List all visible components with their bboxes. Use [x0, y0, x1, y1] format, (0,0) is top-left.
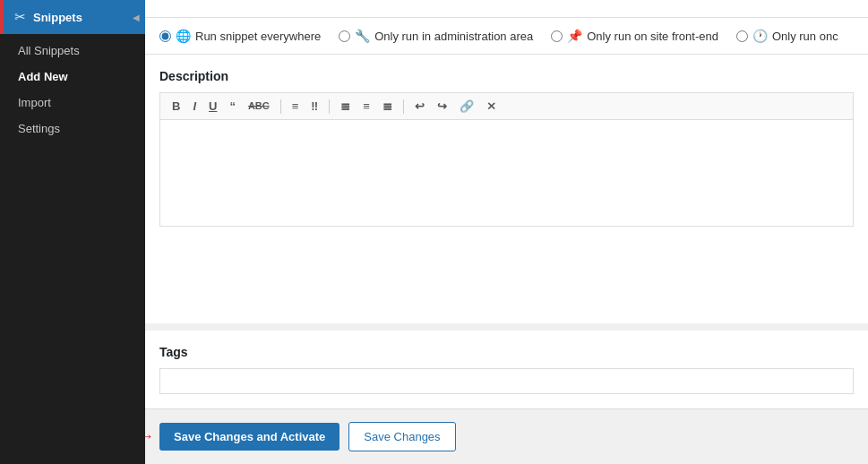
- tags-label: Tags: [159, 345, 854, 359]
- align-center-button[interactable]: ≡: [358, 98, 374, 115]
- run-options-section: 🌐 Run snippet everywhere 🔧 Only run in a…: [145, 18, 868, 55]
- sidebar-submenu: All Snippets Add New Import Settings: [0, 34, 145, 145]
- scissors-icon: ✂: [14, 9, 26, 25]
- radio-once-input[interactable]: [736, 30, 748, 42]
- fullscreen-button[interactable]: ⨯: [482, 98, 501, 115]
- link-button[interactable]: 🔗: [455, 98, 478, 115]
- pin-icon: 📌: [567, 29, 582, 43]
- wrench-icon: 🔧: [355, 29, 370, 43]
- save-button[interactable]: Save Changes: [348, 422, 455, 451]
- footer-bar: → Save Changes and Activate Save Changes: [145, 408, 868, 464]
- sidebar-item-add-new[interactable]: Add New: [0, 64, 145, 90]
- radio-admin-label: Only run in administration area: [374, 30, 533, 43]
- radio-once[interactable]: 🕐 Only run onc: [736, 29, 838, 43]
- italic-button[interactable]: I: [188, 98, 201, 115]
- radio-frontend-input[interactable]: [551, 30, 563, 42]
- toolbar-divider-3: [403, 99, 404, 114]
- description-editor[interactable]: [159, 119, 854, 227]
- save-activate-button[interactable]: Save Changes and Activate: [159, 423, 339, 451]
- sidebar-item-import[interactable]: Import: [0, 90, 145, 116]
- radio-admin-input[interactable]: [339, 30, 350, 42]
- radio-admin[interactable]: 🔧 Only run in administration area: [339, 29, 533, 43]
- globe-icon: 🌐: [176, 29, 191, 43]
- underline-button[interactable]: U: [204, 98, 221, 115]
- arrow-indicator: →: [145, 427, 154, 446]
- toolbar-divider-1: [280, 99, 281, 114]
- radio-everywhere[interactable]: 🌐 Run snippet everywhere: [159, 29, 321, 43]
- chevron-left-icon: ◀: [133, 13, 140, 22]
- radio-once-label: Only run onc: [772, 30, 838, 43]
- radio-everywhere-label: Run snippet everywhere: [195, 30, 321, 43]
- unordered-list-button[interactable]: ≡: [288, 98, 304, 115]
- sidebar-item-all-snippets[interactable]: All Snippets: [0, 38, 145, 64]
- tags-input[interactable]: [159, 368, 854, 394]
- ordered-list-button[interactable]: ‼: [306, 98, 322, 115]
- align-right-button[interactable]: ≣: [378, 98, 397, 115]
- sidebar-snippets-header[interactable]: ✂ Snippets ◀: [0, 0, 145, 34]
- strikethrough-button[interactable]: ABC: [244, 99, 274, 114]
- sidebar-item-settings[interactable]: Settings: [0, 116, 145, 142]
- editor-toolbar: B I U “ ABC ≡ ‼ ≣ ≡ ≣ ↩ ↪ 🔗 ⨯: [159, 92, 854, 119]
- sidebar-snippets-label: Snippets: [33, 11, 82, 24]
- bold-button[interactable]: B: [168, 98, 185, 115]
- undo-button[interactable]: ↩: [410, 98, 429, 115]
- radio-frontend-label: Only run on site front-end: [587, 30, 718, 43]
- radio-everywhere-input[interactable]: [159, 30, 171, 42]
- quote-button[interactable]: “: [225, 98, 240, 115]
- description-section: Description B I U “ ABC ≡ ‼ ≣ ≡ ≣ ↩ ↪ 🔗 …: [145, 55, 868, 323]
- code-editor-area: [145, 0, 868, 18]
- radio-frontend[interactable]: 📌 Only run on site front-end: [551, 29, 718, 43]
- main-content: 🌐 Run snippet everywhere 🔧 Only run in a…: [145, 0, 868, 464]
- content-area: 🌐 Run snippet everywhere 🔧 Only run in a…: [145, 0, 868, 408]
- toolbar-divider-2: [329, 99, 330, 114]
- sidebar: ✂ Snippets ◀ All Snippets Add New Import…: [0, 0, 145, 464]
- clock-icon: 🕐: [752, 29, 768, 43]
- align-left-button[interactable]: ≣: [336, 98, 355, 115]
- redo-button[interactable]: ↪: [433, 98, 451, 115]
- description-label: Description: [159, 69, 854, 83]
- tags-section: Tags: [145, 331, 868, 408]
